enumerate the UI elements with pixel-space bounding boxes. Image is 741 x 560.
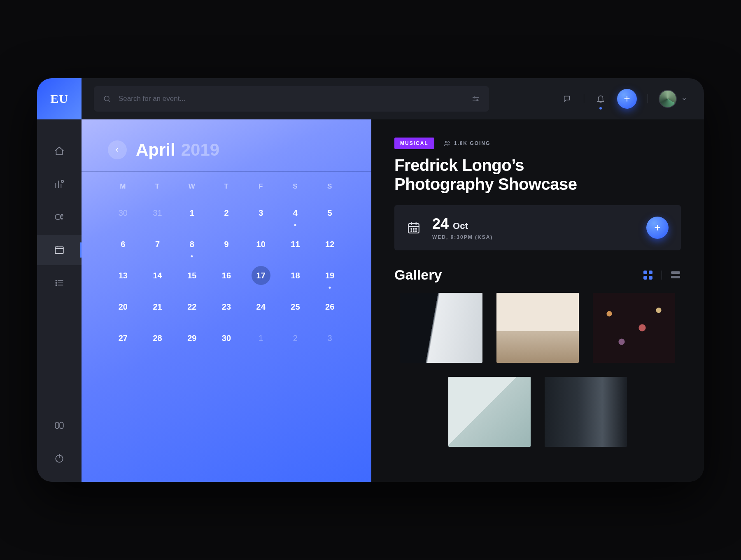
gallery-grid [394,293,681,363]
gallery-thumb[interactable] [496,293,579,363]
calendar-prev-button[interactable] [108,140,127,159]
calendar-day[interactable]: 30 [108,204,138,222]
grid-icon [643,271,652,280]
calendar-day[interactable]: 24 [246,298,276,316]
plus-icon [622,94,631,103]
sliders-icon[interactable] [472,95,480,103]
calendar-day[interactable]: 1 [246,329,276,347]
calendar-day[interactable]: 21 [142,298,173,316]
calendar-day[interactable]: 6 [108,235,138,253]
svg-point-21 [413,231,414,231]
calendar-day[interactable]: 27 [108,329,138,347]
home-icon [54,146,65,156]
calendar-day[interactable]: 30 [211,329,242,347]
add-button[interactable] [617,89,637,109]
calendar-day[interactable]: 7 [142,235,173,253]
calendar-day[interactable]: 5 [315,204,345,222]
gallery-title: Gallery [394,267,442,283]
brand-logo-text: EU [50,92,68,106]
chevron-down-icon [681,96,687,102]
chat-icon [563,94,572,103]
calendar-day[interactable]: 26 [315,298,345,316]
calendar-day[interactable]: 15 [177,266,207,285]
svg-point-19 [416,229,417,229]
search-box[interactable] [94,86,489,112]
sidebar-nav [37,136,82,298]
sidebar-item-apps[interactable] [37,410,82,441]
calendar-day[interactable]: 28 [142,329,173,347]
pill-icon [54,420,65,431]
calendar-grid: MTWTFSS303112345678910111213141516171819… [108,182,345,347]
svg-point-11 [104,96,109,101]
people-icon [443,140,451,147]
calendar-day[interactable]: 22 [177,298,207,316]
list-icon [671,271,680,278]
calendar-day[interactable]: 9 [211,235,242,253]
svg-point-20 [411,231,412,231]
calendar-dow: S [280,182,311,191]
profile-menu[interactable] [659,90,687,108]
sidebar-item-calendar[interactable] [37,235,82,265]
view-list-button[interactable] [670,270,681,280]
calendar-day[interactable]: 12 [315,235,345,253]
calendar-day[interactable]: 19 [315,266,345,285]
calendar-event-dot [329,287,331,289]
calendar-day[interactable]: 3 [315,329,345,347]
svg-point-6 [56,282,56,283]
sidebar-item-analytics[interactable] [37,169,82,199]
discover-icon [54,212,65,222]
sidebar-item-list[interactable] [37,268,82,298]
svg-point-2 [61,215,63,216]
event-tag[interactable]: MUSICAL [394,138,434,149]
calendar-day[interactable]: 8 [177,235,207,253]
calendar-day[interactable]: 4 [280,204,311,222]
calendar-dow: T [211,182,242,191]
calendar-day[interactable]: 14 [142,266,173,285]
power-icon [54,453,65,464]
separator [648,94,648,103]
calendar-day[interactable]: 25 [280,298,311,316]
calendar-day[interactable]: 20 [108,298,138,316]
svg-point-7 [56,285,56,285]
notification-dot [599,107,602,110]
brand-logo[interactable]: EU [37,78,82,119]
calendar-day[interactable]: 29 [177,329,207,347]
calendar-day[interactable]: 11 [280,235,311,253]
calendar-day[interactable]: 2 [211,204,242,222]
gallery-thumb[interactable] [593,293,675,363]
search-input[interactable] [119,95,464,103]
calendar-day[interactable]: 10 [246,235,276,253]
svg-point-17 [411,229,412,229]
calendar-day[interactable]: 17 [246,266,276,285]
calendar-dow: T [142,182,173,191]
messages-button[interactable] [562,93,573,105]
calendar-day[interactable]: 23 [211,298,242,316]
calendar-day[interactable]: 16 [211,266,242,285]
topbar [82,78,704,119]
calendar-day[interactable]: 13 [108,266,138,285]
notifications-button[interactable] [595,93,606,105]
event-going: 1.8K GOING [443,140,491,147]
avatar [659,90,677,108]
gallery-thumb[interactable] [400,293,482,363]
calendar-day[interactable]: 3 [246,204,276,222]
gallery-thumb[interactable] [448,377,531,447]
sidebar-item-home[interactable] [37,136,82,166]
calendar-day[interactable]: 1 [177,204,207,222]
chevron-left-icon [114,147,121,153]
event-title-line1: Fredrick Longo’s [394,156,524,174]
event-month: Oct [453,221,468,231]
calendar-day[interactable]: 2 [280,329,311,347]
view-grid-button[interactable] [643,270,653,280]
event-title-line2: Photography Showcase [394,175,577,193]
svg-rect-4 [55,247,63,253]
calendar-event-dot [294,224,296,226]
add-to-calendar-button[interactable] [646,217,669,239]
calendar-day[interactable]: 18 [280,266,311,285]
calendar-day[interactable]: 31 [142,204,173,222]
sidebar-item-power[interactable] [37,443,82,474]
gallery-thumb[interactable] [545,377,627,447]
sidebar-item-discover[interactable] [37,202,82,232]
svg-point-1 [55,215,61,220]
svg-point-22 [416,231,417,231]
